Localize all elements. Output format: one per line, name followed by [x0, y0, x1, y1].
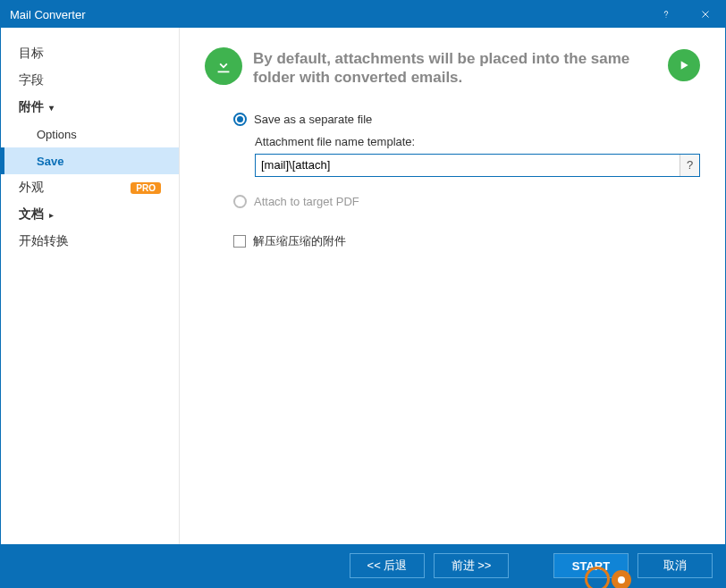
- sidebar-item-target[interactable]: 目标: [1, 40, 179, 67]
- help-icon: [660, 8, 672, 21]
- app-window: Mail Converter 目标 字段 附件▾ Options Save 外观…: [0, 0, 726, 588]
- start-button[interactable]: START: [553, 553, 629, 578]
- header-row: By default, attachments will be placed i…: [205, 47, 700, 88]
- sidebar-item-save[interactable]: Save: [1, 147, 179, 174]
- pro-badge: PRO: [131, 182, 161, 194]
- footer: << 后退 前进 >> START 取消 单机100网 danji100.com: [1, 544, 725, 587]
- forward-button[interactable]: 前进 >>: [434, 553, 509, 578]
- sidebar-item-start[interactable]: 开始转换: [1, 228, 179, 255]
- checkbox-icon: [233, 235, 246, 248]
- play-icon: [677, 58, 691, 72]
- close-icon: [699, 8, 712, 21]
- template-input[interactable]: [256, 155, 680, 176]
- back-button[interactable]: << 后退: [350, 553, 425, 578]
- template-help-button[interactable]: ?: [680, 155, 699, 176]
- radio-save-separate[interactable]: Save as a separate file: [233, 113, 700, 126]
- radio-icon: [233, 195, 247, 208]
- template-label: Attachment file name template:: [255, 135, 700, 148]
- template-block: Attachment file name template: ?: [233, 135, 700, 177]
- radio-label: Save as a separate file: [254, 113, 372, 126]
- sidebar-item-appearance[interactable]: 外观PRO: [1, 174, 179, 201]
- help-button[interactable]: [646, 1, 686, 28]
- window-title: Mail Converter: [10, 8, 646, 21]
- titlebar: Mail Converter: [1, 1, 725, 28]
- header-text: By default, attachments will be placed i…: [253, 47, 657, 88]
- chevron-right-icon: ▸: [49, 210, 54, 220]
- body: 目标 字段 附件▾ Options Save 外观PRO 文档▸ 开始转换 By…: [1, 28, 725, 544]
- radio-attach-pdf[interactable]: Attach to target PDF: [233, 195, 700, 208]
- close-button[interactable]: [686, 1, 725, 28]
- form-block: Save as a separate file Attachment file …: [205, 113, 700, 249]
- sidebar: 目标 字段 附件▾ Options Save 外观PRO 文档▸ 开始转换: [1, 28, 180, 544]
- sidebar-item-options[interactable]: Options: [1, 121, 179, 147]
- play-button[interactable]: [668, 49, 700, 81]
- svg-point-0: [666, 17, 667, 18]
- download-icon: [205, 47, 242, 85]
- content-panel: By default, attachments will be placed i…: [180, 28, 725, 544]
- chevron-down-icon: ▾: [49, 103, 54, 113]
- template-input-row: ?: [255, 154, 700, 177]
- cancel-button[interactable]: 取消: [637, 553, 713, 578]
- radio-label: Attach to target PDF: [254, 195, 359, 208]
- radio-icon: [233, 113, 247, 126]
- sidebar-item-fields[interactable]: 字段: [1, 67, 179, 94]
- sidebar-item-attachments[interactable]: 附件▾: [1, 94, 179, 121]
- checkbox-unpack[interactable]: 解压缩压缩的附件: [233, 233, 700, 249]
- sidebar-item-document[interactable]: 文档▸: [1, 201, 179, 228]
- checkbox-label: 解压缩压缩的附件: [253, 233, 346, 249]
